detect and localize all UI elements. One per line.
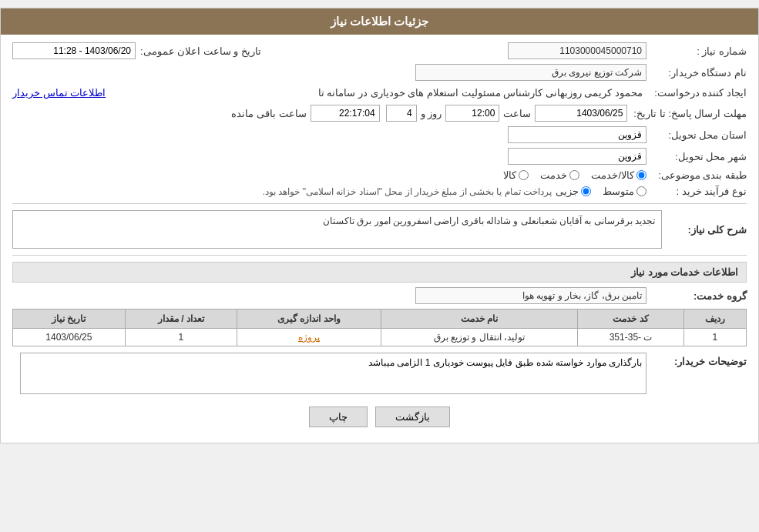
button-bar: بازگشت چاپ	[12, 399, 747, 435]
sharhKoli-value: تجدید برقرسانی به آقایان شعبانعلی و شادا…	[12, 210, 662, 249]
sharhKoli-label: شرح کلی نیاز:	[662, 224, 747, 236]
mohlatRooz-input[interactable]	[386, 105, 417, 122]
ostan-input[interactable]	[508, 126, 646, 143]
radio-motavassit-label: متوسط	[603, 186, 634, 197]
radio-khadamat-label: خدمت	[540, 169, 567, 181]
shomareNiaz-input[interactable]	[508, 42, 646, 59]
khadamat-table: ردیف کد خدمت نام خدمت واحد اندازه گیری ت…	[12, 309, 747, 346]
radio-jazii[interactable]: جزیی	[556, 186, 591, 197]
col-radif: ردیف	[683, 309, 746, 329]
col-vahed: واحد اندازه گیری	[237, 309, 381, 329]
radio-khadamat-input[interactable]	[569, 170, 579, 180]
cell-vahed[interactable]: پروژه	[237, 329, 381, 346]
page-title: جزئیات اطلاعات نیاز	[331, 15, 428, 28]
cell-tarikh: 1403/06/25	[13, 329, 126, 346]
content-area: شماره نیاز : تاریخ و ساعت اعلان عمومی: ن…	[1, 35, 758, 443]
radio-kala-khadamat-input[interactable]	[636, 170, 646, 180]
mohlatSaat-label: ساعت	[499, 108, 535, 119]
tarifeBandi-radiogroup: کالا/خدمت خدمت کالا	[503, 169, 646, 181]
shahr-label: شهر محل تحویل:	[646, 151, 747, 162]
tarikhErsal-label: تاریخ و ساعت اعلان عمومی:	[136, 45, 261, 57]
row-namDastgah: نام دستگاه خریدار:	[12, 64, 747, 81]
cell-namKhadamat: تولید، انتقال و توزیع برق	[381, 329, 578, 346]
col-tarikh: تاریخ نیاز	[13, 309, 126, 329]
back-button[interactable]: بازگشت	[375, 407, 450, 427]
section-khadamat-title: اطلاعات خدمات مورد نیاز	[12, 262, 747, 283]
row-goroheKhadamat: گروه خدمت:	[12, 287, 747, 304]
radio-jazii-label: جزیی	[556, 186, 579, 197]
mohlatRooz-label: روز و	[417, 108, 446, 119]
row-ijadKonande: ایجاد کننده درخواست: محمود کریمی روزبهان…	[12, 85, 747, 100]
noeFaraind-label: نوع فرآیند خرید :	[646, 186, 747, 197]
ijadKonande-label: ایجاد کننده درخواست:	[646, 87, 747, 99]
radio-kala-khadamat-label: کالا/خدمت	[591, 169, 634, 181]
radio-khadamat[interactable]: خدمت	[540, 169, 579, 181]
shahr-input[interactable]	[508, 148, 646, 165]
col-tedad: تعداد / مقدار	[125, 309, 237, 329]
col-namKhadamat: نام خدمت	[381, 309, 578, 329]
row-tarifeBandi: طبقه بندی موضوعی: کالا/خدمت خدمت کالا	[12, 169, 747, 181]
shomareNiaz-label: شماره نیاز :	[646, 45, 747, 57]
baghimandeSaat-input[interactable]	[311, 105, 380, 122]
toozihat-textarea[interactable]	[20, 353, 646, 394]
radio-kala-input[interactable]	[519, 170, 529, 180]
radio-motavassit-input[interactable]	[636, 186, 646, 196]
row-sharhKoli: شرح کلی نیاز: تجدید برقرسانی به آقایان ش…	[12, 210, 747, 249]
page-header: جزئیات اطلاعات نیاز	[1, 8, 758, 35]
radio-kala[interactable]: کالا	[503, 169, 529, 181]
tarikhErsal-input[interactable]	[12, 42, 136, 59]
goroheKhadamat-input[interactable]	[415, 287, 646, 304]
table-row: 1ت -35-351تولید، انتقال و توزیع برقپروژه…	[13, 329, 747, 346]
radio-kala-label: کالا	[503, 169, 516, 181]
cell-tedad: 1	[125, 329, 237, 346]
print-button[interactable]: چاپ	[309, 407, 368, 427]
page-container: جزئیات اطلاعات نیاز شماره نیاز : تاریخ و…	[0, 8, 759, 443]
radio-motavassit[interactable]: متوسط	[603, 186, 646, 197]
ostan-label: استان محل تحویل:	[646, 129, 747, 141]
ijadKonande-value: محمود کریمی روزبهانی کارشناس مسئولیت است…	[106, 85, 646, 100]
noeFaraind-note: پرداخت تمام یا بخشی از مبلغ خریدار از مح…	[12, 186, 556, 197]
col-kodKhadamat: کد خدمت	[578, 309, 683, 329]
row-toozihat: توضیحات خریدار:	[12, 353, 747, 394]
ijadKonande-link[interactable]: اطلاعات تماس خریدار	[12, 87, 106, 99]
row-mohlatErsal: مهلت ارسال پاسخ: تا تاریخ: ساعت روز و سا…	[12, 105, 747, 122]
namDastgah-input[interactable]	[415, 64, 646, 81]
radio-jazii-input[interactable]	[581, 186, 591, 196]
row-shomareNiaz: شماره نیاز : تاریخ و ساعت اعلان عمومی:	[12, 42, 747, 59]
row-shahr: شهر محل تحویل:	[12, 148, 747, 165]
namDastgah-label: نام دستگاه خریدار:	[646, 67, 747, 79]
divider-1	[12, 203, 747, 204]
mohlatErsal-label: مهلت ارسال پاسخ: تا تاریخ:	[627, 108, 747, 119]
mohlatDate-input[interactable]	[535, 105, 627, 122]
tarifeBandi-label: طبقه بندی موضوعی:	[646, 169, 747, 181]
radio-kala-khadamat[interactable]: کالا/خدمت	[591, 169, 646, 181]
row-ostan: استان محل تحویل:	[12, 126, 747, 143]
goroheKhadamat-label: گروه خدمت:	[646, 290, 747, 302]
divider-2	[12, 255, 747, 256]
row-noeFaraind: نوع فرآیند خرید : متوسط جزیی پرداخت تمام…	[12, 186, 747, 197]
noeFaraind-radiogroup: متوسط جزیی	[556, 186, 646, 197]
cell-kodKhadamat: ت -35-351	[578, 329, 683, 346]
mohlatSaat-input[interactable]	[445, 105, 499, 122]
baghimandeSaat-label: ساعت باقی مانده	[227, 108, 310, 119]
toozihat-label: توضیحات خریدار:	[646, 353, 747, 367]
cell-radif: 1	[683, 329, 746, 346]
